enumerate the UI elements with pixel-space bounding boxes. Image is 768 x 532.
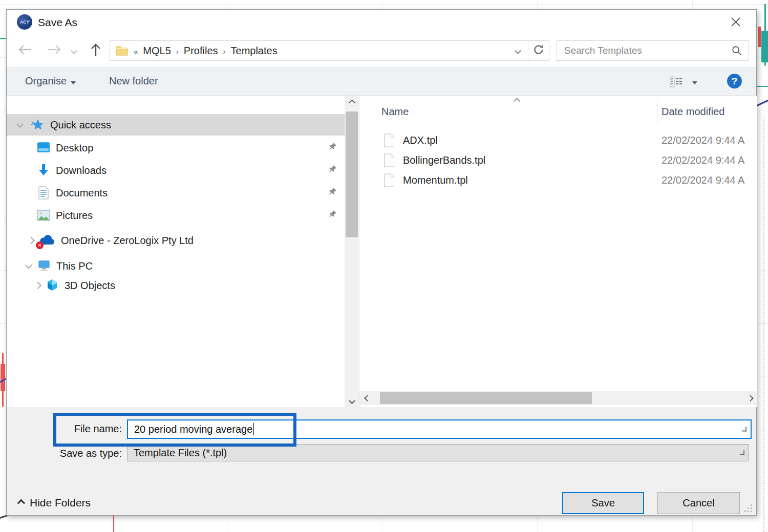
- chevron-down-icon[interactable]: [25, 262, 32, 269]
- help-button[interactable]: ?: [727, 74, 742, 88]
- scrollbar-thumb[interactable]: [346, 112, 358, 237]
- file-row-momentum[interactable]: Momentum.tpl 22/02/2024 9:44 A: [359, 170, 757, 190]
- chevron-down-icon[interactable]: [742, 427, 746, 432]
- sidebar-item-label: Downloads: [56, 165, 106, 176]
- breadcrumb-segment-templates[interactable]: Templates: [231, 45, 278, 57]
- chart-teal-candle-right: [761, 31, 768, 62]
- forward-icon: [47, 44, 62, 57]
- sidebar-item-3d-objects[interactable]: 3D Objects: [7, 275, 345, 296]
- save-as-type-select[interactable]: Template Files (*.tpl): [127, 444, 749, 461]
- sidebar-item-this-pc[interactable]: This PC: [7, 256, 345, 276]
- file-date-modified: 22/02/2024 9:44 A: [662, 174, 744, 186]
- cancel-button[interactable]: Cancel: [657, 492, 740, 514]
- new-folder-label: New folder: [109, 75, 158, 86]
- quick-access-star-icon: [31, 118, 45, 131]
- forward-button[interactable]: [45, 41, 63, 60]
- address-dropdown-button[interactable]: [507, 41, 528, 60]
- details-view-icon: [670, 76, 683, 90]
- chevron-right-icon[interactable]: [34, 282, 41, 289]
- chevron-down-icon: [740, 451, 744, 455]
- refresh-button[interactable]: [528, 41, 549, 60]
- chevron-up-icon: [349, 99, 355, 106]
- folder-icon: [115, 44, 129, 57]
- window-title: Save As: [38, 16, 77, 29]
- breadcrumb-separator: ›: [176, 46, 179, 56]
- save-as-type-label: Save as type:: [37, 448, 122, 459]
- sidebar-item-label: 3D Objects: [65, 280, 115, 292]
- chevron-right-icon[interactable]: [28, 237, 35, 244]
- folder-tree: Quick access Desktop Downloads Doc: [7, 96, 345, 407]
- chevron-up-icon: [17, 499, 26, 507]
- view-options-button[interactable]: [670, 76, 697, 90]
- file-icon: [382, 154, 396, 167]
- sidebar-item-desktop[interactable]: Desktop: [7, 137, 345, 159]
- sidebar-item-documents[interactable]: Documents: [7, 182, 345, 204]
- sidebar-item-onedrive[interactable]: ✕ OneDrive - ZeroLogix Pty Ltd: [7, 229, 345, 252]
- new-folder-button[interactable]: New folder: [109, 75, 158, 87]
- file-name-label: File name:: [37, 423, 122, 435]
- pin-icon[interactable]: [328, 165, 337, 176]
- scrollbar-thumb[interactable]: [380, 392, 592, 404]
- chart-red-bar-right: [758, 27, 761, 47]
- resize-grip[interactable]: [743, 503, 752, 512]
- search-box: [557, 40, 749, 61]
- close-button[interactable]: [728, 15, 744, 31]
- chart-red-candle-left-body: [1, 364, 5, 391]
- chart-red-vline-bottom: [113, 516, 114, 532]
- scroll-down-button[interactable]: [345, 394, 359, 407]
- sort-ascending-icon: [514, 98, 520, 104]
- pin-icon[interactable]: [328, 210, 337, 221]
- pictures-icon: [37, 209, 50, 222]
- address-bar[interactable]: « MQL5 › Profiles › Templates: [110, 40, 549, 61]
- navigation-row: « MQL5 › Profiles › Templates: [7, 35, 756, 67]
- back-button[interactable]: [16, 41, 34, 60]
- save-button[interactable]: Save: [562, 492, 644, 514]
- pin-icon[interactable]: [328, 142, 337, 154]
- list-horizontal-scrollbar[interactable]: [359, 391, 757, 405]
- search-input[interactable]: [557, 45, 730, 56]
- organise-button[interactable]: Organise: [25, 75, 76, 87]
- 3d-objects-icon: [46, 279, 59, 292]
- column-header-date-modified[interactable]: Date modified: [662, 106, 724, 118]
- pin-icon[interactable]: [328, 187, 337, 199]
- up-button[interactable]: [87, 41, 105, 60]
- file-row-adx[interactable]: ADX.tpl 22/02/2024 9:44 A: [359, 130, 757, 150]
- title-bar: ACY Save As: [7, 10, 756, 35]
- hide-folders-button[interactable]: Hide Folders: [17, 497, 91, 509]
- documents-icon: [37, 186, 50, 199]
- caret-down-icon: [692, 81, 697, 84]
- desktop-icon: [37, 141, 50, 154]
- column-divider[interactable]: [657, 99, 657, 123]
- help-icon: ?: [732, 76, 738, 87]
- breadcrumb-segment-mql5[interactable]: MQL5: [143, 45, 170, 57]
- caret-down-icon: [71, 81, 76, 84]
- acy-app-icon: ACY: [17, 14, 32, 30]
- file-name-input[interactable]: 20 period moving average: [127, 419, 752, 439]
- sidebar-item-downloads[interactable]: Downloads: [7, 159, 345, 182]
- scroll-left-button[interactable]: [360, 391, 374, 405]
- back-icon: [17, 44, 33, 57]
- recent-locations-button[interactable]: [67, 41, 80, 60]
- chevron-left-icon: [364, 395, 371, 402]
- downloads-icon: [37, 164, 50, 177]
- column-header-name[interactable]: Name: [381, 106, 409, 118]
- sidebar-item-pictures[interactable]: Pictures: [7, 204, 345, 227]
- scroll-up-button[interactable]: [345, 96, 359, 109]
- tree-scrollbar[interactable]: [345, 96, 359, 407]
- file-row-bollingerbands[interactable]: BollingerBands.tpl 22/02/2024 9:44 A: [359, 150, 757, 170]
- chart-teal-hline-right: [757, 86, 768, 87]
- save-as-dialog: ACY Save As: [6, 9, 757, 516]
- sidebar-item-quick-access[interactable]: Quick access: [7, 114, 345, 136]
- breadcrumb-segment-profiles[interactable]: Profiles: [184, 45, 218, 57]
- chart-dotted-vline-right: [763, 118, 764, 532]
- scroll-right-button[interactable]: [743, 391, 757, 405]
- file-icon: [382, 174, 396, 187]
- refresh-icon: [532, 43, 545, 58]
- cancel-button-label: Cancel: [682, 497, 714, 509]
- hide-folders-label: Hide Folders: [30, 497, 91, 509]
- onedrive-icon: ✕: [38, 234, 55, 247]
- breadcrumb-separator: ›: [223, 46, 226, 56]
- chevron-right-icon: [747, 395, 754, 402]
- chevron-down-icon[interactable]: [16, 121, 24, 128]
- chevron-down-icon: [349, 397, 355, 404]
